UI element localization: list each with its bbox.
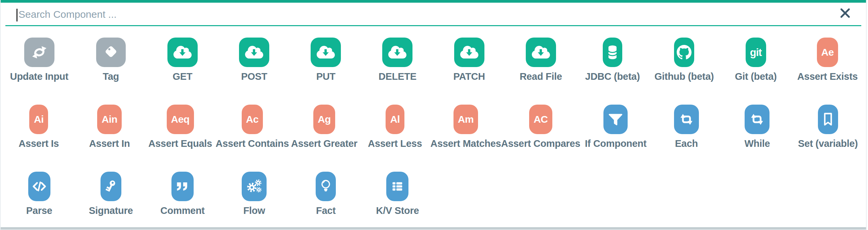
- database-icon: [607, 45, 618, 60]
- component-icon-box: [382, 38, 412, 67]
- component-item-flow[interactable]: Flow: [218, 160, 290, 227]
- component-icon-box: AC: [529, 105, 552, 134]
- cloud-download-icon: [388, 45, 406, 60]
- component-label: Assert Exists: [797, 71, 858, 81]
- lightbulb-icon: [320, 179, 332, 194]
- component-icon-box: [745, 105, 770, 134]
- sync-icon: [32, 45, 47, 60]
- badge-letters: Ai: [34, 114, 44, 124]
- badge-letters: Ac: [246, 114, 258, 124]
- component-item-tag[interactable]: Tag: [75, 26, 147, 93]
- search-bar: [5, 3, 861, 26]
- badge-letters: Aeq: [171, 114, 190, 124]
- component-item-git-beta[interactable]: gitGit (beta): [720, 26, 792, 93]
- badge-letters: Al: [390, 114, 400, 124]
- component-icon-box: [96, 38, 126, 67]
- component-icon-box: git: [746, 38, 766, 67]
- component-item-put[interactable]: PUT: [290, 26, 362, 93]
- code-icon: [31, 179, 48, 194]
- component-icon-box: [242, 172, 267, 201]
- component-item-delete[interactable]: DELETE: [362, 26, 433, 93]
- component-icon-box: [386, 172, 408, 201]
- component-item-update-input[interactable]: Update Input: [3, 26, 75, 93]
- component-label: Parse: [26, 205, 53, 216]
- component-item-assert-matches[interactable]: AmAssert Matches: [430, 93, 501, 160]
- component-icon-box: [603, 38, 622, 67]
- component-label: Assert Less: [368, 139, 422, 149]
- component-item-parse[interactable]: Parse: [3, 160, 75, 227]
- component-label: Assert Is: [19, 139, 59, 149]
- cloud-download-icon: [174, 45, 192, 60]
- repeat-icon: [749, 112, 765, 127]
- component-label: Set (variable): [798, 139, 858, 149]
- component-icon-box: [167, 38, 198, 67]
- component-label: If Component: [585, 139, 647, 149]
- component-item-assert-greater[interactable]: AgAssert Greater: [289, 93, 360, 160]
- component-icon-box: [316, 172, 336, 201]
- component-icon-box: [28, 172, 51, 201]
- dialog-top-accent-bar: [1, 0, 866, 3]
- component-label: GET: [173, 71, 193, 81]
- component-item-jdbc-beta[interactable]: JDBC (beta): [577, 26, 648, 93]
- component-item-set-variable[interactable]: Set (variable): [793, 93, 863, 160]
- component-label: Comment: [160, 205, 205, 216]
- component-label: Update Input: [10, 71, 69, 81]
- component-item-signature[interactable]: Signature: [75, 160, 147, 227]
- kv-list-icon: [390, 179, 405, 194]
- component-icon-box: [674, 38, 694, 67]
- component-item-if-component[interactable]: If Component: [580, 93, 651, 160]
- component-grid: Update InputTagGETPOSTPUTDELETEPATCHRead…: [1, 26, 866, 227]
- component-item-each[interactable]: Each: [651, 93, 722, 160]
- component-item-k-v-store[interactable]: K/V Store: [362, 160, 433, 227]
- component-icon-box: [674, 105, 699, 134]
- component-icon-box: [172, 172, 194, 201]
- component-row: ParseSignatureCommentFlowFactK/V Store: [3, 160, 863, 227]
- component-item-assert-contains[interactable]: AcAssert Contains: [216, 93, 289, 160]
- component-item-while[interactable]: While: [722, 93, 793, 160]
- filter-icon: [608, 112, 623, 127]
- text-caret: [17, 9, 18, 22]
- component-label: While: [744, 139, 770, 149]
- component-item-assert-is[interactable]: AiAssert Is: [3, 93, 74, 160]
- component-item-github-beta[interactable]: Github (beta): [649, 26, 720, 93]
- component-icon-box: [603, 105, 628, 134]
- component-label: Each: [675, 139, 698, 149]
- component-label: Assert Compares: [501, 139, 581, 149]
- component-item-comment[interactable]: Comment: [147, 160, 218, 227]
- page-below-dialog: [1, 229, 866, 230]
- component-icon-box: Am: [454, 105, 478, 134]
- badge-letters: Ain: [101, 114, 117, 124]
- component-label: Assert Contains: [216, 139, 289, 149]
- component-label: Git (beta): [735, 71, 777, 81]
- component-item-read-file[interactable]: Read File: [505, 26, 577, 93]
- component-label: Flow: [243, 205, 265, 216]
- component-icon-box: Ac: [242, 105, 263, 134]
- component-label: K/V Store: [376, 205, 419, 216]
- component-icon-box: [526, 38, 556, 67]
- close-icon: [839, 7, 851, 20]
- component-item-assert-compares[interactable]: ACAssert Compares: [501, 93, 581, 160]
- component-icon-box: Aeq: [167, 105, 194, 134]
- component-item-get[interactable]: GET: [147, 26, 218, 93]
- component-label: Tag: [102, 71, 119, 81]
- component-label: Assert In: [89, 139, 130, 149]
- close-button[interactable]: [838, 7, 852, 20]
- component-row: AiAssert IsAinAssert InAeqAssert EqualsA…: [3, 93, 863, 160]
- cloud-download-icon: [317, 45, 335, 60]
- component-item-assert-less[interactable]: AlAssert Less: [360, 93, 430, 160]
- badge-letters: Am: [458, 114, 474, 124]
- component-label: PATCH: [454, 71, 485, 81]
- bookmark-icon: [822, 112, 834, 127]
- component-item-assert-exists[interactable]: AeAssert Exists: [792, 26, 863, 93]
- cloud-download-icon: [460, 45, 478, 60]
- component-item-post[interactable]: POST: [218, 26, 290, 93]
- component-label: Assert Matches: [430, 139, 501, 149]
- component-item-patch[interactable]: PATCH: [433, 26, 505, 93]
- search-input[interactable]: [5, 3, 861, 24]
- component-icon-box: [24, 38, 55, 67]
- component-item-assert-equals[interactable]: AeqAssert Equals: [145, 93, 216, 160]
- badge-letters: Ae: [821, 47, 834, 58]
- component-item-fact[interactable]: Fact: [290, 160, 362, 227]
- component-item-assert-in[interactable]: AinAssert In: [74, 93, 145, 160]
- component-label: Github (beta): [654, 71, 714, 81]
